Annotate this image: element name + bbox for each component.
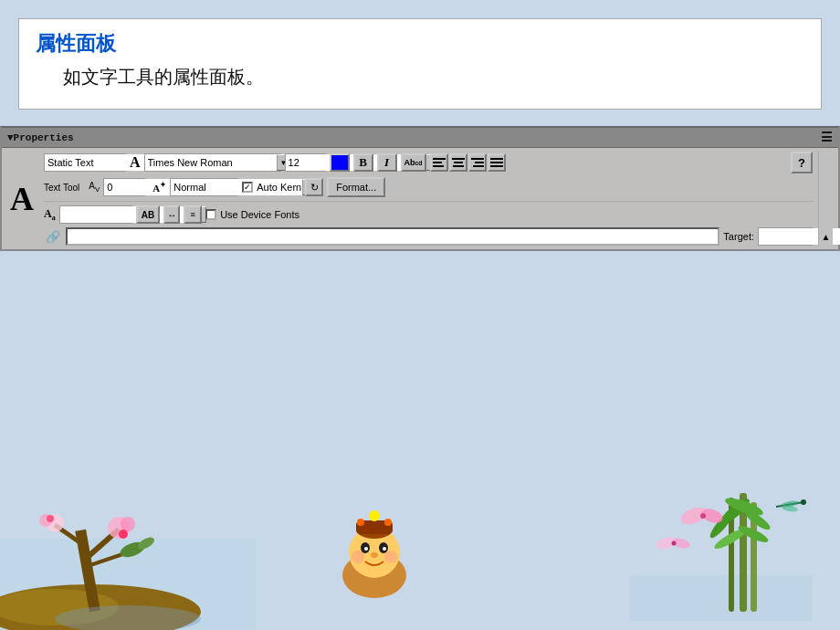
properties-content: A ▼ A ▼ [2,148,838,249]
svg-point-41 [384,551,397,563]
ab-swap-button[interactable]: Ab cd [401,153,426,172]
device-fonts-checkbox[interactable] [205,209,216,220]
tracking-dropdown[interactable]: ▼ [103,178,145,196]
svg-rect-2 [433,165,444,167]
top-panel: 属性面板 如文字工具的属性面板。 [18,18,822,110]
align-center-button[interactable] [449,153,467,172]
type-dropdown[interactable]: ▼ [44,153,126,172]
svg-point-33 [383,547,386,551]
svg-point-25 [119,530,128,539]
font-a-label: A [130,154,141,171]
format-button[interactable]: Format... [327,177,385,197]
svg-point-39 [384,519,392,526]
tracking-label: AV [89,181,100,194]
embed-ab-button[interactable]: AB [136,205,160,224]
deco-center-svg [320,502,429,612]
properties-header: ▼Properties ☰ [2,128,838,148]
align-left-button[interactable] [430,153,448,172]
svg-rect-8 [473,165,484,167]
link-icon: 🔗 [44,227,62,246]
svg-rect-3 [452,158,465,160]
row2: Text Tool AV ▼ A✦ ▼ [44,177,813,197]
text-tool-icon: A [5,152,38,246]
svg-rect-42 [630,575,813,621]
svg-rect-11 [490,165,503,167]
bold-button[interactable]: B [353,153,373,172]
row1: ▼ A ▼ ▼ [44,152,813,173]
small-a-icon: Aa [44,207,56,222]
url-input[interactable] [66,227,719,246]
svg-point-37 [369,510,380,521]
svg-rect-4 [454,162,463,163]
controls-area: ▼ A ▼ ▼ [44,152,813,246]
embed-dropdown[interactable]: ▼ [59,205,132,224]
svg-rect-0 [433,158,446,160]
font-dropdown[interactable]: ▼ [144,153,281,172]
svg-rect-9 [490,158,503,160]
svg-point-34 [371,552,378,558]
device-fonts-label: Use Device Fonts [220,209,299,220]
deco-left-svg [0,484,256,630]
scroll-arrow-icon: ▲ [822,232,831,242]
svg-rect-5 [453,165,464,167]
svg-point-38 [357,519,364,526]
italic-button[interactable]: I [377,153,397,172]
properties-panel-inner: ▼Properties ☰ A ▼ A [0,126,840,251]
properties-menu-icon[interactable]: ☰ [821,130,833,145]
svg-rect-10 [490,162,503,163]
font-input[interactable] [145,154,277,171]
align-group [430,153,506,172]
target-label: Target: [723,231,754,242]
row3: Aa ▼ AB ↔ ≡ Use Device Fonts [44,201,813,224]
align-justify-button[interactable] [488,153,506,172]
svg-point-40 [352,551,364,563]
panel-title: 属性面板 [36,30,804,58]
svg-point-54 [700,513,706,519]
sync-button[interactable]: ↻ [305,178,323,196]
bottom-decoration [0,429,840,630]
row4: 🔗 Target: ▼ [44,227,813,246]
kern-dropdown[interactable]: ▼ [170,178,238,196]
size-input[interactable] [286,154,417,171]
color-swatch[interactable] [330,153,350,172]
autokern-label: Auto Kern [257,182,301,193]
size-dropdown[interactable]: ▼ [285,153,326,172]
panel-subtitle: 如文字工具的属性面板。 [36,65,804,89]
autokern-checkbox[interactable] [242,182,253,193]
properties-panel: ▼Properties ☰ A ▼ A [0,126,840,251]
align-right-button[interactable] [468,153,487,172]
text-tool-label: Text Tool [44,183,79,193]
properties-title: ▼Properties [7,132,74,143]
svg-point-26 [47,515,54,522]
list-icon-button[interactable]: ≡ [184,205,202,224]
kern-label: A✦ [152,181,166,194]
svg-rect-6 [471,158,484,160]
deco-right-svg [630,484,813,621]
svg-rect-1 [433,162,442,163]
svg-rect-7 [475,162,484,163]
help-button[interactable]: ? [791,152,813,173]
svg-point-61 [801,499,806,505]
properties-header-left: ▼Properties [7,132,74,143]
scroll-arrow[interactable]: ▲ [818,152,833,246]
svg-point-57 [672,541,677,546]
svg-point-20 [121,517,135,531]
svg-point-32 [364,547,368,551]
embed-arrow-button[interactable]: ↔ [163,205,180,224]
target-dropdown[interactable]: ▼ [758,227,813,246]
